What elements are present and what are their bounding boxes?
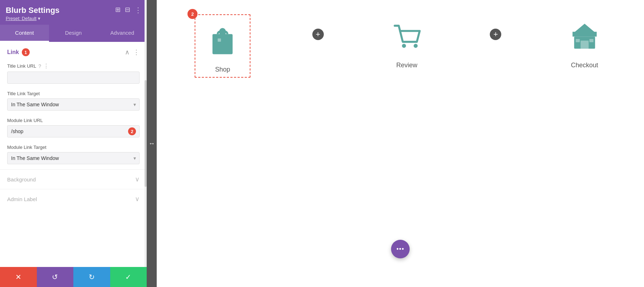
title-link-url-input[interactable] [7,72,140,84]
shop-selection-border: Shop [195,14,250,78]
tab-design[interactable]: Design [49,25,98,42]
save-button[interactable]: ✓ [110,267,147,287]
expand-icon[interactable]: ⊞ [115,6,121,14]
fab-icon: ••• [396,245,404,253]
tab-advanced[interactable]: Advanced [98,25,147,42]
svg-point-4 [414,44,418,48]
svg-rect-0 [213,34,233,54]
title-link-target-select[interactable]: In The Same Window In A New Tab [7,98,140,111]
link-label: Link [7,49,19,55]
module-link-url-group: Module Link URL 2 [0,116,147,142]
module-link-target-label: Module Link Target [7,145,140,150]
fab-button[interactable]: ••• [391,240,410,258]
module-link-url-label: Module Link URL [7,118,140,123]
module-link-target-select-wrapper: In The Same Window In A New Tab ▾ [7,152,140,164]
module-link-url-field: 2 [7,125,140,137]
undo-icon: ↺ [52,273,58,281]
background-section[interactable]: Background ∨ [0,169,147,189]
sidebar-preset[interactable]: Preset: Default ▾ [6,16,141,21]
shop-label: Shop [215,66,230,73]
collapse-icon[interactable]: ∧ [125,48,130,56]
svg-rect-2 [218,39,221,42]
svg-rect-5 [572,32,597,37]
link-badge: 1 [22,48,30,56]
more-icon[interactable]: ⋮ [135,6,142,14]
background-chevron-icon: ∨ [135,175,140,183]
checkout-icon-wrap [563,14,606,57]
tab-content[interactable]: Content [0,25,49,42]
title-link-target-label: Title Link Target [7,91,140,96]
sidebar-content: Link 1 ∧ ⋮ Title Link URL ? ⋮ Title Link… [0,42,147,287]
cancel-icon: ✕ [15,273,21,281]
blurb-item-shop[interactable]: 2 Shop [195,14,250,78]
section-title-link: Link 1 [7,48,30,56]
admin-label-label: Admin Label [7,196,37,202]
blurb-item-checkout[interactable]: Checkout [563,14,606,69]
review-icon-wrap [385,14,428,57]
title-link-url-label: Title Link URL ? ⋮ [7,63,140,69]
redo-icon: ↻ [89,273,95,281]
add-between-shop-review[interactable]: + [312,29,324,40]
svg-rect-7 [581,41,589,49]
module-link-url-input[interactable] [7,125,140,137]
sidebar: Blurb Settings Preset: Default ▾ ⊞ ⊟ ⋮ C… [0,0,147,287]
save-icon: ✓ [125,273,131,281]
canvas-badge-2: 2 [187,9,197,19]
action-bar: ✕ ↺ ↻ ✓ [0,267,147,287]
shop-icon-wrap [201,19,244,62]
module-link-badge: 2 [128,127,136,135]
undo-button[interactable]: ↺ [37,267,74,287]
svg-rect-8 [576,39,580,42]
resize-icon: ↔ [148,140,155,147]
blurb-item-review[interactable]: Review [385,14,428,69]
svg-rect-1 [219,28,226,36]
module-link-target-select[interactable]: In The Same Window In A New Tab [7,152,140,164]
section-controls: ∧ ⋮ [125,48,140,56]
review-icon [391,20,423,52]
add-between-review-checkout[interactable]: + [490,29,501,40]
admin-label-chevron-icon: ∨ [135,195,140,203]
sidebar-header-icons: ⊞ ⊟ ⋮ [115,6,142,14]
help-icon[interactable]: ? [38,63,41,69]
section-more-icon[interactable]: ⋮ [133,48,140,56]
resizer-handle[interactable]: ↔ [147,0,157,287]
svg-point-3 [402,44,406,48]
review-label: Review [396,62,417,69]
background-label: Background [7,176,36,183]
link-section-header: Link 1 ∧ ⋮ [0,42,147,60]
sidebar-header: Blurb Settings Preset: Default ▾ ⊞ ⊟ ⋮ [0,0,147,25]
checkout-label: Checkout [571,62,598,69]
tab-bar: Content Design Advanced [0,25,147,42]
admin-label-section[interactable]: Admin Label ∨ [0,189,147,209]
cancel-button[interactable]: ✕ [0,267,37,287]
checkout-icon [569,20,601,52]
field-more-icon[interactable]: ⋮ [43,63,49,69]
canvas-row: 2 Shop + [164,14,637,78]
columns-icon[interactable]: ⊟ [125,6,130,14]
svg-rect-9 [589,39,593,42]
main-canvas: 2 Shop + [157,0,644,287]
title-link-target-select-wrapper: In The Same Window In A New Tab ▾ [7,98,140,111]
shop-icon [206,24,239,56]
title-link-url-group: Title Link URL ? ⋮ [0,60,147,89]
module-link-target-group: Module Link Target In The Same Window In… [0,142,147,169]
title-link-target-group: Title Link Target In The Same Window In … [0,89,147,116]
redo-button[interactable]: ↻ [73,267,110,287]
